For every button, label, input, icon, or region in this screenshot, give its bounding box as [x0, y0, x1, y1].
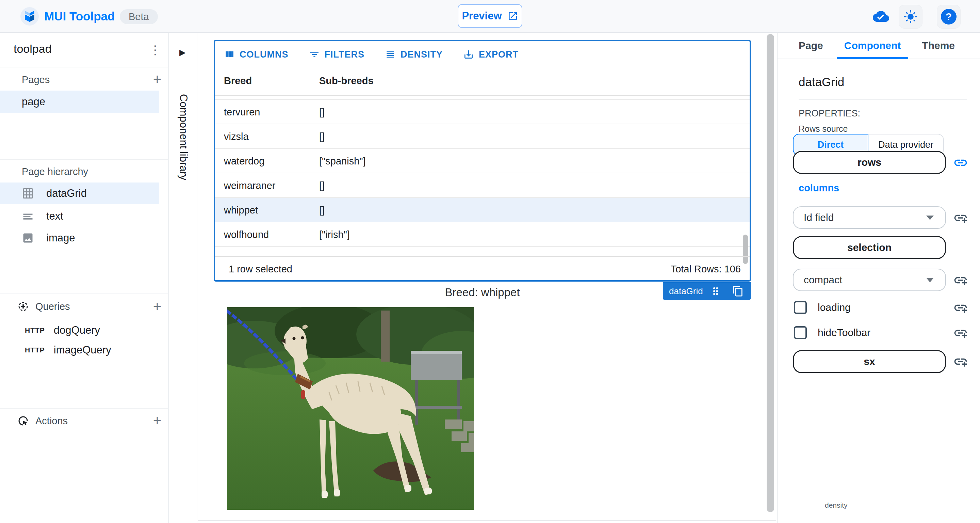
cloud-sync-icon — [873, 10, 889, 23]
columns-editor-link[interactable]: columns — [799, 182, 839, 194]
sidebar-item-label: page — [22, 96, 45, 108]
datagrid-footer: 1 row selected Total Rows: 106 — [215, 256, 749, 280]
sidebar-item-image[interactable]: image — [0, 228, 159, 249]
hidetoolbar-checkbox[interactable] — [794, 326, 807, 339]
export-icon — [463, 49, 474, 60]
sidebar-item-text[interactable]: text — [0, 206, 159, 227]
top-bar: MUI Toolpad Beta Preview ? — [0, 0, 980, 33]
open-in-new-icon — [508, 11, 518, 21]
sidebar-item-imagequery[interactable]: HTTP imageQuery — [0, 339, 159, 361]
divider — [0, 159, 169, 160]
rows-button[interactable]: rows — [793, 151, 946, 174]
table-row[interactable]: vizsla [] — [215, 124, 749, 149]
density-label: density — [821, 501, 851, 509]
add-link-icon[interactable] — [953, 273, 968, 288]
datagrid-rows: tervuren [] vizsla [] waterdog ["spanish… — [215, 96, 749, 255]
inspector-panel: Page Component Theme dataGrid PROPERTIES… — [777, 33, 980, 523]
http-tag: HTTP — [25, 326, 45, 334]
columns-button[interactable]: COLUMNS — [224, 49, 288, 60]
queries-section-header: Queries — [17, 300, 70, 313]
datagrid-component[interactable]: COLUMNS FILTERS DENSITY EXPORT Breed Sub… — [214, 40, 751, 282]
density-button[interactable]: DENSITY — [385, 49, 443, 60]
queries-section-label: Queries — [35, 301, 70, 312]
cell-subbreeds: ["spanish"] — [319, 156, 366, 167]
density-value: compact — [804, 274, 842, 286]
rows-selected-status: 1 row selected — [229, 263, 292, 275]
chevron-down-icon — [926, 215, 934, 220]
sidebar-item-datagrid[interactable]: dataGrid — [0, 182, 159, 204]
density-select[interactable]: density compact — [793, 269, 946, 291]
hierarchy-section-label: Page hierarchy — [22, 166, 88, 177]
tab-component[interactable]: Component — [844, 32, 901, 59]
rows-source-label: Rows source — [799, 124, 848, 134]
theme-toggle-button[interactable] — [899, 5, 923, 29]
project-menu-button[interactable]: ⋮ — [149, 43, 161, 57]
table-row[interactable]: wolfhound ["irish"] — [215, 222, 749, 247]
mui-logo-icon — [21, 7, 39, 26]
explorer-sidebar: toolpad ⋮ Pages + page Page hierarchy da… — [0, 33, 169, 523]
dog-photo[interactable] — [227, 307, 474, 510]
grid-icon — [22, 187, 34, 199]
filter-icon — [309, 49, 320, 60]
cell-subbreeds: [] — [319, 205, 325, 216]
column-header-breed[interactable]: Breed — [224, 75, 252, 86]
preview-button-label: Preview — [462, 10, 501, 22]
canvas-scrollbar[interactable] — [767, 34, 774, 516]
datagrid-toolbar: COLUMNS FILTERS DENSITY EXPORT — [215, 41, 749, 68]
hidetoolbar-label: hideToolbar — [818, 327, 870, 338]
link-icon[interactable] — [953, 155, 968, 170]
loading-checkbox[interactable] — [794, 301, 807, 314]
divider — [0, 67, 169, 67]
datagrid-header-row[interactable]: Breed Sub-breeds — [215, 68, 749, 96]
beta-badge: Beta — [120, 9, 158, 24]
total-rows-status: Total Rows: 106 — [671, 263, 741, 275]
add-link-icon[interactable] — [953, 300, 968, 315]
help-button[interactable]: ? — [937, 5, 961, 29]
cell-subbreeds: [] — [319, 180, 325, 191]
chevron-down-icon — [926, 278, 934, 282]
cell-breed: wolfhound — [224, 229, 269, 241]
image-icon — [22, 232, 34, 244]
column-header-subbreeds[interactable]: Sub-breeds — [319, 75, 374, 86]
actions-icon — [17, 415, 29, 427]
delete-icon[interactable] — [756, 285, 767, 297]
sx-button[interactable]: sx — [793, 350, 946, 373]
filters-button[interactable]: FILTERS — [309, 49, 365, 60]
cell-breed: tervuren — [224, 107, 260, 118]
properties-label: PROPERTIES: — [799, 108, 860, 119]
add-link-icon[interactable] — [953, 354, 968, 369]
help-icon: ? — [941, 9, 956, 24]
canvas-scrollbar-thumb[interactable] — [767, 34, 774, 512]
add-query-button[interactable]: + — [150, 299, 165, 314]
sidebar-item-label: imageQuery — [54, 344, 111, 356]
add-action-button[interactable]: + — [150, 413, 165, 428]
sidebar-item-page[interactable]: page — [0, 91, 159, 113]
cell-breed: waterdog — [224, 156, 264, 167]
table-row[interactable]: tervuren [] — [215, 100, 749, 124]
project-name: toolpad — [14, 42, 52, 56]
partial-row — [215, 96, 749, 100]
selection-button[interactable]: selection — [793, 236, 946, 259]
component-library-strip[interactable]: ▶ Component library — [170, 33, 197, 523]
divider — [0, 293, 169, 294]
table-row[interactable]: waterdog ["spanish"] — [215, 149, 749, 173]
table-row[interactable]: weimaraner [] — [215, 173, 749, 198]
sidebar-item-label: text — [46, 210, 63, 222]
tab-page[interactable]: Page — [799, 32, 823, 59]
add-page-button[interactable]: + — [150, 72, 165, 87]
table-row-selected[interactable]: whippet [] — [215, 198, 749, 222]
sidebar-item-label: image — [46, 232, 75, 244]
tab-theme[interactable]: Theme — [922, 32, 955, 59]
columns-icon — [224, 49, 235, 60]
sun-icon — [904, 10, 918, 24]
add-link-icon[interactable] — [953, 210, 968, 225]
density-icon — [385, 49, 396, 60]
preview-button[interactable]: Preview — [458, 4, 522, 28]
id-field-select[interactable]: Id field — [793, 206, 946, 229]
expand-arrow-icon[interactable]: ▶ — [179, 48, 185, 57]
add-link-icon[interactable] — [953, 325, 968, 341]
sidebar-item-dogquery[interactable]: HTTP dogQuery — [0, 319, 159, 341]
export-button[interactable]: EXPORT — [463, 49, 519, 60]
text-component[interactable]: Breed: whippet — [214, 286, 751, 299]
cell-subbreeds: [] — [319, 107, 325, 118]
